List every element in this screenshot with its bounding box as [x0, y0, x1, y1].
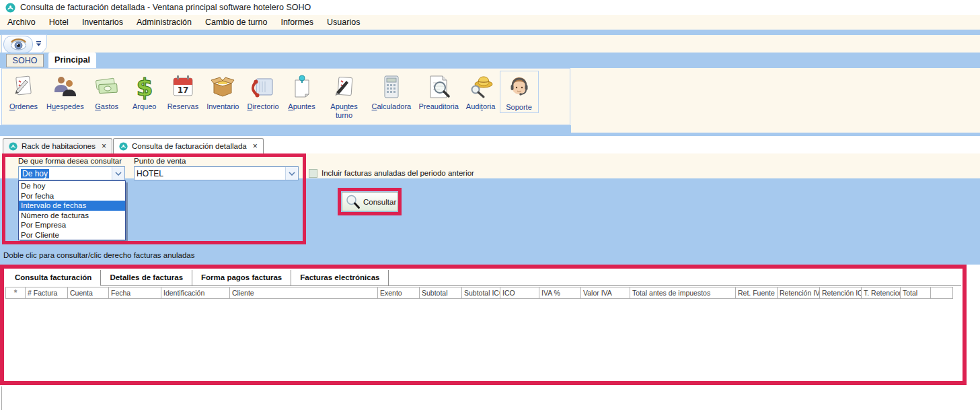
- column-header-identificacion[interactable]: Identificación: [161, 287, 230, 299]
- ribbon-button-label: Apuntes turno: [325, 102, 364, 119]
- column-header-valor-iva[interactable]: Valor IVA: [581, 287, 630, 299]
- ribbon-tab-row: SOHO Principal: [0, 53, 980, 68]
- column-header-iva[interactable]: IVA %: [539, 287, 581, 299]
- ribbon-button-apuntes-turno[interactable]: Apuntes turno: [321, 71, 368, 120]
- column-header-ico[interactable]: ICO: [500, 287, 539, 299]
- consult-button[interactable]: Consultar: [342, 192, 398, 211]
- divider-strip: [0, 30, 980, 35]
- column-header-retencion-iv[interactable]: Retención IV: [778, 287, 820, 299]
- query-mode-label: De que forma desea consultar: [18, 157, 122, 165]
- close-icon[interactable]: ×: [253, 141, 258, 151]
- query-mode-value: De hoy: [21, 169, 49, 178]
- eye-quick-button[interactable]: [3, 36, 33, 53]
- point-of-sale-value: HOTEL: [135, 167, 285, 180]
- column-header-ret-fuente[interactable]: Ret. Fuente: [736, 287, 778, 299]
- window-title: Consulta de facturación detallada - Vent…: [20, 3, 311, 12]
- ribbon-button-soporte[interactable]: Soporte: [500, 71, 539, 113]
- chevron-down-icon[interactable]: [112, 167, 124, 180]
- results-tab-detalles-de-facturas[interactable]: Detalles de facturas: [101, 270, 192, 286]
- ribbon-button-label: Calculadora: [372, 102, 411, 111]
- menu-item-hotel[interactable]: Hotel: [42, 15, 75, 30]
- ribbon-button-label: Huespedes: [46, 102, 84, 111]
- qat-dropdown-arrow-icon[interactable]: [36, 41, 42, 47]
- column-header-t-retencion[interactable]: T. Retencion: [862, 287, 901, 299]
- ribbon-button-huespedes[interactable]: Huespedes: [42, 71, 88, 112]
- results-panel: Consulta facturaciónDetalles de facturas…: [0, 265, 967, 385]
- point-of-sale-combobox[interactable]: HOTEL: [134, 166, 299, 180]
- menu-item-usuarios[interactable]: Usuarios: [320, 15, 367, 30]
- ribbon-button-ordenes[interactable]: Ordenes: [5, 71, 42, 112]
- dropdown-option-por-fecha[interactable]: Por fecha: [19, 191, 125, 201]
- results-tab-filler: [389, 270, 961, 286]
- quick-access-toolbar: [1, 34, 47, 54]
- guests-icon: [50, 71, 80, 102]
- menu-item-archivo[interactable]: Archivo: [1, 15, 42, 30]
- ribbon-button-reservas[interactable]: 17Reservas: [163, 71, 202, 112]
- notes-icon: [287, 71, 317, 102]
- column-header-retencion-ic[interactable]: Retención IC: [820, 287, 862, 299]
- shift-notes-icon: [330, 71, 359, 102]
- document-tab-row: Rack de habitaciones×Consulta de factura…: [0, 136, 980, 153]
- dropdown-option-de-hoy[interactable]: De hoy: [19, 181, 125, 191]
- cash-count-icon: $: [130, 71, 159, 102]
- doc-tab-label: Consulta de facturación detallada: [132, 142, 247, 150]
- dropdown-option-intervalo-de-fechas[interactable]: Intervalo de fechas: [19, 201, 125, 211]
- column-header-total-antes-de-impuestos[interactable]: Total antes de impuestos: [630, 287, 736, 299]
- ribbon-button-calculadora[interactable]: Calculadora: [368, 71, 415, 112]
- quick-access-row: [0, 35, 980, 53]
- soho-doc-icon: [119, 142, 128, 151]
- calculator-icon: [377, 71, 406, 102]
- dropdown-option-por-cliente[interactable]: Por Cliente: [19, 230, 125, 240]
- directory-icon: [248, 71, 278, 102]
- ribbon-button-arqueo[interactable]: $Arqueo: [126, 71, 163, 112]
- svg-text:17: 17: [178, 86, 189, 95]
- results-tab-consulta-facturacion[interactable]: Consulta facturación: [5, 270, 101, 286]
- column-header-fecha[interactable]: Fecha: [109, 287, 161, 299]
- row-selector-header: *: [6, 287, 26, 299]
- support-icon: [504, 72, 534, 103]
- app-window: Consulta de facturación detallada - Vent…: [0, 0, 980, 410]
- close-icon[interactable]: ×: [102, 141, 106, 151]
- ribbon-tab-soho[interactable]: SOHO: [6, 54, 44, 67]
- inventory-icon: [208, 71, 237, 102]
- column-header-subtotal[interactable]: Subtotal: [420, 287, 462, 299]
- menu-item-cambio-de-turno[interactable]: Cambio de turno: [198, 15, 274, 30]
- query-mode-dropdown-list: De hoyPor fechaIntervalo de fechasNúmero…: [18, 180, 126, 240]
- chevron-down-icon[interactable]: [285, 167, 298, 180]
- results-tab-strip: Consulta facturaciónDetalles de facturas…: [5, 270, 961, 286]
- column-header-cliente[interactable]: Cliente: [230, 287, 378, 299]
- column-header-total[interactable]: Total: [901, 287, 931, 299]
- ribbon-button-directorio[interactable]: Directorio: [243, 71, 282, 112]
- dropdown-option-por-empresa[interactable]: Por Empresa: [19, 220, 125, 230]
- ribbon-tab-principal[interactable]: Principal: [48, 53, 96, 68]
- column-header-factura[interactable]: # Factura: [26, 287, 68, 299]
- ribbon-button-preauditoria[interactable]: Preauditoria: [415, 71, 462, 112]
- svg-text:$: $: [136, 73, 153, 100]
- ribbon-button-auditoria[interactable]: Auditoria: [462, 71, 500, 112]
- consult-button-label: Consultar: [363, 198, 396, 206]
- column-header-cuenta[interactable]: Cuenta: [68, 287, 109, 299]
- ribbon-button-gastos[interactable]: Gastos: [88, 71, 126, 112]
- ribbon-button-label: Directorio: [247, 102, 278, 111]
- menu-item-administracion[interactable]: Administración: [130, 15, 198, 30]
- ribbon-button-label: Ordenes: [9, 102, 38, 111]
- doc-tab-consulta-de-facturacion-detallada[interactable]: Consulta de facturación detallada×: [113, 138, 264, 153]
- results-tab-facturas-electronicas[interactable]: Facturas electrónicas: [291, 270, 389, 286]
- menu-item-informes[interactable]: Informes: [274, 15, 320, 30]
- menu-item-inventarios[interactable]: Inventarios: [75, 15, 130, 30]
- query-mode-combobox[interactable]: De hoy: [18, 166, 125, 180]
- doc-tab-rack-de-habitaciones[interactable]: Rack de habitaciones×: [3, 138, 112, 153]
- ribbon-button-label: Reservas: [167, 102, 198, 111]
- title-bar: Consulta de facturación detallada - Vent…: [0, 0, 980, 15]
- dropdown-option-numero-de-facturas[interactable]: Número de facturas: [19, 211, 125, 221]
- ribbon-button-label: Auditoria: [466, 102, 495, 111]
- include-annulled-checkbox[interactable]: [309, 169, 317, 178]
- ribbon-button-apuntes[interactable]: Apuntes: [283, 71, 321, 112]
- column-header-empty: [931, 287, 953, 299]
- column-header-subtotal-ico[interactable]: Subtotal ICO: [462, 287, 500, 299]
- ribbon-button-label: Gastos: [95, 102, 118, 111]
- column-header-exento[interactable]: Exento: [378, 287, 420, 299]
- ribbon-button-inventario[interactable]: Inventario: [202, 71, 243, 112]
- ribbon-panel: OrdenesHuespedesGastos$Arqueo17ReservasI…: [1, 68, 570, 125]
- results-tab-forma-pagos-facturas[interactable]: Forma pagos facturas: [192, 270, 291, 286]
